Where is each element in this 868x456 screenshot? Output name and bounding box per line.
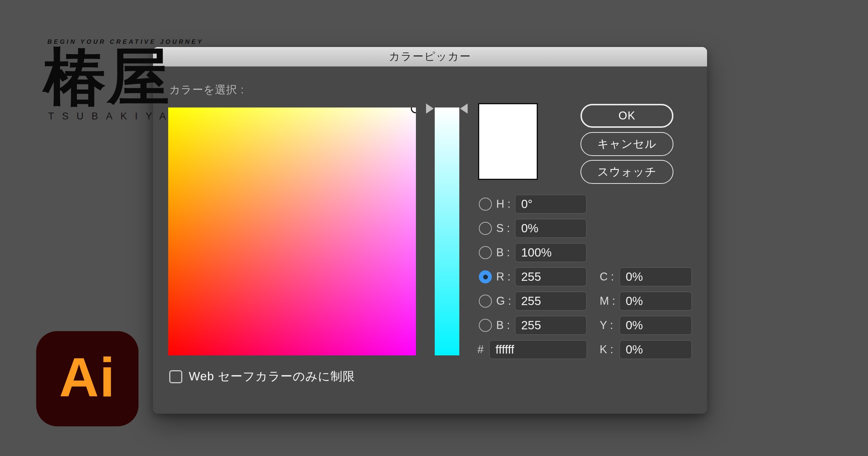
r-input[interactable] [515,267,587,286]
c-input[interactable] [620,267,692,286]
radio-b[interactable] [479,246,492,259]
brand-romaji: TSUBAKIYA [48,111,174,122]
ok-button[interactable]: OK [580,104,673,128]
h-label: H : [496,198,515,211]
m-label: M : [600,295,620,308]
k-input[interactable] [620,340,692,359]
illustrator-app-icon-label: Ai [59,350,116,408]
color-field[interactable] [168,107,416,355]
slider-handle-left-icon[interactable] [426,104,434,114]
radio-h[interactable] [479,198,492,211]
radio-b2[interactable] [479,319,492,332]
r-row: R : [479,267,587,286]
swatches-button[interactable]: スウォッチ [580,160,673,184]
b2-row: B : [479,316,587,335]
k-label: K : [600,343,620,356]
radio-s[interactable] [479,222,492,235]
radio-g[interactable] [479,295,492,308]
r-label: R : [496,270,515,283]
y-label: Y : [600,319,620,332]
color-preview-swatch [478,103,538,180]
illustrator-app-icon: Ai [36,331,139,426]
y-row: Y : [600,316,694,335]
s-input[interactable] [515,219,587,238]
b-row: B : [479,243,587,262]
color-select-prompt: カラーを選択 : [169,83,244,97]
websafe-label: Web セーフカラーのみに制限 [189,368,355,385]
g-row: G : [479,292,587,311]
color-slider[interactable] [435,107,459,355]
m-input[interactable] [620,292,692,311]
hex-label: # [477,343,489,356]
g-label: G : [496,295,515,308]
brand-kanji-logo: 椿屋 [43,46,171,108]
color-field-cursor-icon[interactable] [411,107,416,113]
g-input[interactable] [515,292,587,311]
dialog-titlebar[interactable]: カラーピッカー [153,47,707,67]
k-row: K : [600,340,694,359]
radio-r[interactable] [479,270,492,283]
s-row: S : [479,219,587,238]
page-background: カラーピッカー カラーを選択 : OK キャンセル スウォッチ H : S : … [0,0,868,456]
websafe-checkbox[interactable] [169,370,182,383]
b2-label: B : [496,319,515,332]
hex-input[interactable] [489,340,587,359]
color-picker-dialog: カラーピッカー カラーを選択 : OK キャンセル スウォッチ H : S : … [153,47,707,414]
slider-handle-right-icon[interactable] [460,104,468,114]
dialog-title: カラーピッカー [389,49,471,64]
h-row: H : [479,195,587,214]
b-label: B : [496,246,515,259]
c-row: C : [600,267,694,286]
m-row: M : [600,292,694,311]
hex-row: # [477,340,588,359]
cancel-button[interactable]: キャンセル [580,132,673,156]
b-input[interactable] [515,243,587,262]
h-input[interactable] [515,195,587,214]
y-input[interactable] [620,316,692,335]
c-label: C : [600,270,620,283]
b2-input[interactable] [515,316,587,335]
websafe-row: Web セーフカラーのみに制限 [169,368,355,385]
s-label: S : [496,222,515,235]
